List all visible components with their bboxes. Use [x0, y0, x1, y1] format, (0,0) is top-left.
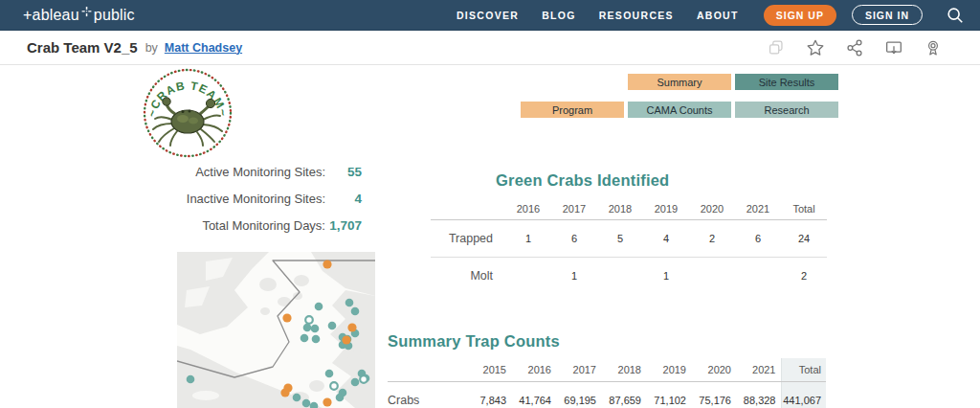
stat-label: Total Monitoring Days: [136, 218, 325, 233]
stat-value: 1,707 [325, 218, 362, 233]
cell [597, 257, 643, 294]
cell: 6 [551, 219, 597, 257]
row-label: Trapped [431, 219, 505, 257]
cell: 41,764 [511, 381, 556, 408]
tableau-public-logo[interactable]: +ableau public [23, 4, 135, 27]
col-header: 2021 [735, 198, 781, 219]
col-spacer [431, 198, 505, 219]
nav-link-about[interactable]: ABOUT [697, 10, 739, 21]
nav-button-cama-counts[interactable]: CAMA Counts [628, 102, 731, 118]
search-icon[interactable] [946, 6, 965, 25]
nav-button-research[interactable]: Research [735, 102, 838, 118]
col-header: 2016 [505, 198, 551, 219]
trap-counts-section: Summary Trap Counts 2015 2016 2017 2018 … [388, 332, 826, 408]
by-label: by [145, 41, 158, 55]
nav-link-blog[interactable]: BLOG [542, 10, 576, 21]
nav-link-resources[interactable]: RESOURCES [599, 10, 674, 21]
author-link[interactable]: Matt Chadsey [165, 41, 242, 55]
cell: 7,843 [466, 381, 511, 408]
col-header: 2018 [601, 358, 646, 381]
row-label: Crabs [388, 381, 466, 408]
tableau-sparkle-icon [81, 4, 92, 21]
col-header: 2018 [597, 198, 643, 219]
nav-button-site-results[interactable]: Site Results [735, 74, 838, 90]
col-header: 2017 [551, 198, 597, 219]
cell: 2 [781, 257, 827, 294]
col-header: 2016 [511, 358, 556, 381]
cell: 71,102 [646, 381, 691, 408]
navbar-links: DISCOVER BLOG RESOURCES ABOUT SIGN UP SI… [457, 5, 965, 26]
col-header: 2019 [646, 358, 691, 381]
toolbar-icons [766, 37, 953, 58]
trap-counts-title: Summary Trap Counts [388, 332, 826, 351]
cell [689, 257, 735, 294]
sign-in-button[interactable]: SIGN IN [852, 5, 923, 25]
trap-counts-table: 2015 2016 2017 2018 2019 2020 2021 Total… [388, 358, 826, 408]
cell: 4 [643, 219, 689, 257]
cell: 1 [643, 257, 689, 294]
share-icon[interactable] [844, 37, 865, 58]
nav-button-summary[interactable]: Summary [628, 74, 731, 90]
table-row-trapped: Trapped 1 6 5 4 2 6 24 [431, 219, 827, 257]
cell-total: 441,067 [781, 381, 826, 408]
cell: 87,659 [601, 381, 646, 408]
col-header: 2020 [691, 358, 736, 381]
col-header-total: Total [781, 358, 826, 381]
monitoring-stats: Active Monitoring Sites: 55 Inactive Mon… [136, 165, 362, 245]
green-crabs-section: Green Crabs Identified 2016 2017 2018 20… [431, 171, 827, 294]
green-crabs-title: Green Crabs Identified [496, 171, 827, 190]
crab-team-logo: ~CRAB TEAM~ [141, 66, 234, 158]
cell: 6 [735, 219, 781, 257]
col-header: 2020 [689, 198, 735, 219]
viz-title-bar: Crab Team V2_5 by Matt Chadsey [0, 31, 980, 65]
col-header: 2021 [736, 358, 781, 381]
col-header: Total [781, 198, 827, 219]
top-navbar: +ableau public DISCOVER BLOG RESOURCES A… [0, 0, 980, 31]
stat-label: Active Monitoring Sites: [136, 165, 325, 179]
monitoring-sites-map[interactable] [177, 252, 375, 408]
cell: 1 [505, 219, 551, 257]
col-spacer [388, 358, 466, 381]
sign-up-button[interactable]: SIGN UP [764, 5, 836, 26]
download-icon[interactable] [883, 37, 904, 58]
green-crabs-table: 2016 2017 2018 2019 2020 2021 Total Trap… [431, 198, 827, 294]
cell [505, 257, 551, 294]
award-badge-icon[interactable] [923, 37, 944, 58]
stat-value: 4 [325, 192, 362, 206]
stat-label: Inactive Monitoring Sites: [136, 192, 325, 206]
cell: 88,328 [736, 381, 781, 408]
row-label: Molt [431, 257, 505, 294]
crab-illustration [153, 98, 222, 146]
copy-icon[interactable] [766, 37, 787, 58]
stat-monitoring-days: Total Monitoring Days: 1,707 [136, 218, 362, 233]
brand-public: public [94, 7, 135, 24]
viz-title: Crab Team V2_5 [27, 39, 138, 56]
cell: 69,195 [556, 381, 601, 408]
cell: 1 [551, 257, 597, 294]
nav-button-program[interactable]: Program [521, 102, 624, 118]
stat-active-sites: Active Monitoring Sites: 55 [136, 165, 362, 179]
dashboard-nav-buttons: Summary Site Results Program CAMA Counts… [521, 74, 838, 118]
stat-inactive-sites: Inactive Monitoring Sites: 4 [136, 192, 362, 206]
cell: 2 [689, 219, 735, 257]
table-row-molt: Molt 1 1 2 [431, 257, 827, 294]
brand-tableau: +ableau [23, 7, 79, 24]
nav-link-discover[interactable]: DISCOVER [457, 10, 519, 21]
col-header: 2015 [466, 358, 511, 381]
stat-value: 55 [325, 165, 362, 179]
table-row-crabs: Crabs 7,843 41,764 69,195 87,659 71,102 … [388, 381, 826, 408]
tableau-public-page: +ableau public DISCOVER BLOG RESOURCES A… [0, 0, 980, 408]
cell: 75,176 [691, 381, 736, 408]
favorite-star-icon[interactable] [805, 37, 826, 58]
col-header: 2019 [643, 198, 689, 219]
cell [735, 257, 781, 294]
cell: 24 [781, 219, 827, 257]
col-header: 2017 [556, 358, 601, 381]
cell: 5 [597, 219, 643, 257]
